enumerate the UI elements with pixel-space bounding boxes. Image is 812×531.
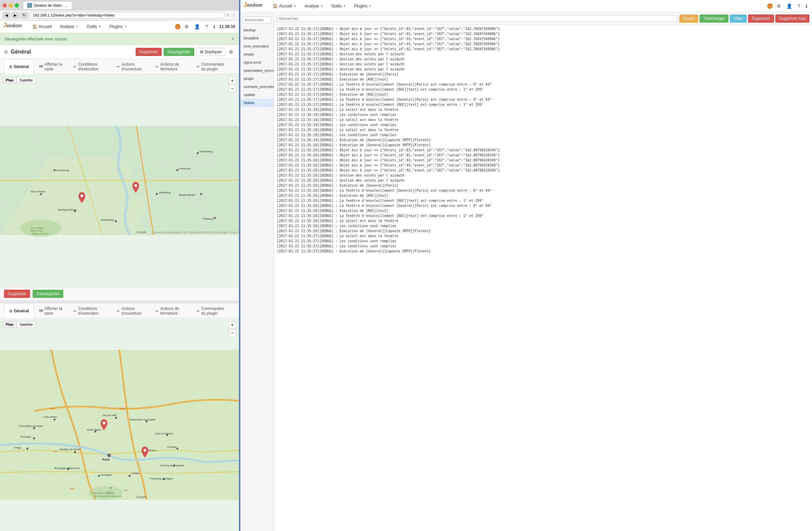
tab-general[interactable]: ⊙ Général [4,59,34,74]
right-home-dropdown: ▼ [293,4,296,8]
save-btn[interactable]: Sauvegarder [164,48,194,56]
log-line: [2017-01-21 11:35:26][DEBUG] : La fenêtr… [277,198,809,203]
delete-log-btn[interactable]: Supprimer [748,14,774,23]
sidebar-item-backup[interactable]: backup [241,26,274,34]
right-nav-accueil[interactable]: 🏠 Accueil ▼ [270,2,299,10]
map-container-1[interactable]: Hombourg Deux-Ponts Sarreguemines Strasb… [0,74,239,287]
tab-map[interactable]: 🗺 Afficher la carte [34,59,69,74]
sidebar-item-empty[interactable]: empty [241,50,274,58]
tab2-general-icon: ⊙ [9,309,12,313]
maximize-btn[interactable] [15,3,19,8]
sidebar-item-cron[interactable]: cron_execution [241,42,274,50]
plan-btn[interactable]: Plan [3,77,16,84]
tab2-general[interactable]: ⊙ Général [4,303,34,318]
svg-text:Neuilly-sur-Seine: Neuilly-sur-Seine [60,448,81,451]
forward-btn[interactable]: ▶ [12,12,19,18]
sidebar-item-nginx[interactable]: nginx.error [241,58,274,66]
log-line: [2017-01-21 11:35:17][DEBUG] : Objet mis… [277,46,809,52]
tab2-plugin-icon: ✏ [197,309,200,313]
right-notification-badge[interactable]: 1 [767,3,773,9]
satellite-btn[interactable]: Satellite [16,77,36,84]
sidebar-item-broadlink[interactable]: broadlink [241,34,274,42]
settings-icon[interactable]: ⚙ [183,23,190,30]
log-search-input[interactable] [277,15,678,22]
log-line: [2017-01-21 11:35:18][DEBUG] : Exécution… [277,142,809,148]
sidebar-item-plugin[interactable]: plugin [241,74,274,83]
log-line: [2017-01-21 11:35:17][DEBUG] : Gestion d… [277,52,809,57]
nav-analyse[interactable]: Analyse ▼ [57,23,82,30]
tab2-close-actions[interactable]: ✏ Actions de fermeture [150,303,191,318]
clear-btn[interactable]: Vider [730,14,747,23]
log-line: [2017-01-21 11:35:18][DEBUG] : Les condi… [277,112,809,117]
close-btn[interactable] [3,3,7,8]
refresh-btn[interactable]: ↻ [20,12,28,18]
sidebar-item-volets[interactable]: Volets [241,99,274,107]
log-line: [2017-01-21 11:35:18][DEBUG] : Les condi… [277,132,809,138]
right-content: backup broadlink cron_execution empty ng… [241,13,812,531]
svg-text:Parc naturel: Parc naturel [31,227,44,229]
right-nav-analyse[interactable]: Analyse ▼ [302,2,326,10]
tab-open-actions[interactable]: ✏ Actions d'ouverture [112,59,150,74]
sidebar-search-input[interactable] [242,16,272,23]
right-nav-outils[interactable]: Outils ▼ [329,2,349,10]
zoom-in-btn[interactable]: + [229,77,236,84]
log-line: [2017-01-21 11:35:17][DEBUG] : Objet mis… [277,26,809,31]
tab2-map[interactable]: 🗺 Afficher la carte [34,303,69,318]
address-bar[interactable] [29,12,225,18]
nav-accueil[interactable]: 🏠 Accueil [30,23,55,30]
svg-text:Freiburg: Freiburg [203,217,213,220]
delete-all-btn[interactable]: Supprimer tout [775,14,809,23]
duplicate-btn[interactable]: ⊞ Dupliquer [196,48,226,56]
notification-badge[interactable]: 1 [175,24,180,29]
alert-close-btn[interactable]: × [231,36,234,42]
delete-btn[interactable]: Supprimer [136,48,162,56]
right-help-icon[interactable]: ? [796,3,801,10]
zoom-out-btn-2[interactable]: − [229,329,236,337]
zoom-in-btn-2[interactable]: + [229,321,236,329]
home-icon: 🏠 [32,24,38,29]
browser-tab[interactable]: 🔒 Gestion de Volet - ... [23,1,72,9]
svg-text:Boulogne-Billancourt: Boulogne-Billancourt [55,467,80,470]
map-container-2[interactable]: Paris Saint-Denis Neuilly-sur-Seine Boul… [0,318,239,531]
nav-plugins[interactable]: Plugins ▼ [107,23,130,30]
tab2-open-actions[interactable]: ✏ Actions d'ouverture [112,303,150,318]
sidebar-item-scenario[interactable]: scenario_execution [241,83,274,90]
back-btn[interactable]: ◀ [3,12,10,18]
zoom-out-btn[interactable]: − [229,85,236,92]
nav-outils[interactable]: Outils ▼ [84,23,104,30]
right-panel: Jeedom 🏠 Accueil ▼ Analyse ▼ Outils ▼ Pl… [239,0,812,531]
options-icon[interactable]: ⚙ [228,48,235,55]
tab-close-actions[interactable]: ✏ Actions de fermeture [150,59,191,74]
nav-outils-label: Outils [87,24,97,29]
right-nav-plugins[interactable]: Plugins ▼ [351,2,374,10]
plan-btn-2[interactable]: Plan [3,321,16,328]
log-line: [2017-01-21 11:35:26][DEBUG] : Gestion d… [277,178,809,183]
save-bar-save-btn[interactable]: Sauvegarder [33,290,63,298]
tab2-conditions[interactable]: ✏ Conditions d'exécution [68,303,112,318]
menu-icon[interactable]: ⋮ [232,13,236,17]
svg-text:Parc naturel régional: Parc naturel régional [92,492,114,494]
log-line: [2017-01-21 11:35:26][DEBUG] : Gestion d… [277,173,809,178]
sidebar-item-update[interactable]: update [241,90,274,99]
log-line: [2017-01-21 11:35:17][DEBUG] : La fenêtr… [277,87,809,92]
star-icon[interactable]: ☆ [226,13,230,17]
log-line: [2017-01-21 11:35:17][DEBUG] : La fenêtr… [277,97,809,102]
tab-conditions[interactable]: ✏ Conditions d'exécution [68,59,112,74]
svg-text:A10: A10 [70,488,74,490]
right-user-icon[interactable]: 👤 [785,3,794,10]
satellite-btn-2[interactable]: Satellite [16,321,36,328]
user-icon[interactable]: 👤 [193,23,201,30]
right-settings-icon[interactable]: ⚙ [775,3,782,10]
sidebar-item-openzwave[interactable]: openzwave_syncconf [241,66,274,74]
info-icon[interactable]: ℹ [212,23,216,30]
tab-plugin-commands[interactable]: ✏ Commandes du plugin [191,59,235,74]
right-info-icon[interactable]: ℹ [804,3,809,10]
pause-btn[interactable]: Pause [679,14,698,23]
tab2-plugin-commands[interactable]: ✏ Commandes du plugin [191,303,235,318]
log-line: [2017-01-21 11:35:27][DEBUG] : Le soleil… [277,234,809,239]
save-bar-delete-btn[interactable]: Supprimer [4,290,30,298]
download-btn[interactable]: Télécharger [699,14,728,23]
help-icon[interactable]: ? [204,23,209,30]
right-logo-rest: eedom [247,2,262,8]
minimize-btn[interactable] [9,3,13,8]
